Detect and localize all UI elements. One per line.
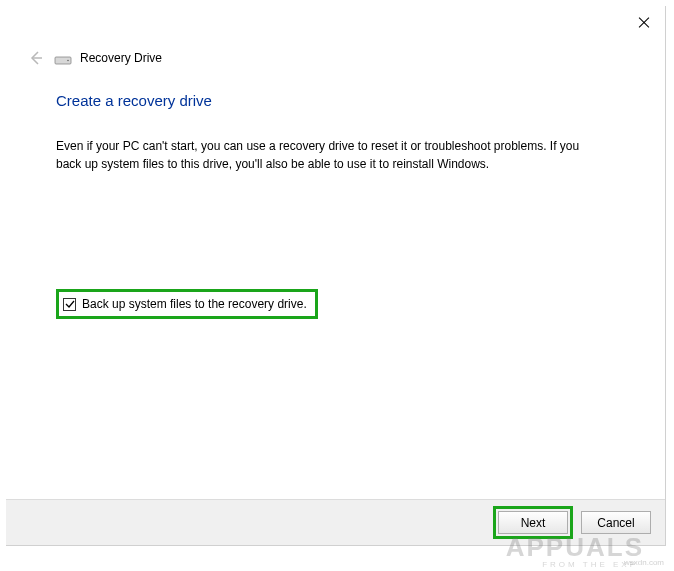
header-row: Recovery Drive xyxy=(6,38,665,76)
page-heading: Create a recovery drive xyxy=(56,92,615,109)
close-icon[interactable] xyxy=(637,15,651,29)
next-button[interactable]: Next xyxy=(498,511,568,534)
description-text: Even if your PC can't start, you can use… xyxy=(56,137,596,173)
watermark-tagline: FROM THE EXP xyxy=(542,560,638,569)
dialog-window: Recovery Drive Create a recovery drive E… xyxy=(6,6,666,546)
svg-point-2 xyxy=(67,60,69,62)
header-title: Recovery Drive xyxy=(80,51,162,65)
backup-checkbox-label: Back up system files to the recovery dri… xyxy=(82,297,307,311)
backup-checkbox[interactable] xyxy=(63,298,76,311)
drive-icon xyxy=(54,52,72,64)
dialog-footer: Next Cancel xyxy=(6,499,665,545)
cancel-button[interactable]: Cancel xyxy=(581,511,651,534)
watermark-site: wsxdn.com xyxy=(624,558,664,567)
next-button-highlight: Next xyxy=(493,506,573,539)
back-arrow-icon[interactable] xyxy=(26,48,46,68)
backup-checkbox-row[interactable]: Back up system files to the recovery dri… xyxy=(56,289,318,319)
content-area: Create a recovery drive Even if your PC … xyxy=(6,76,665,319)
titlebar xyxy=(6,6,665,38)
